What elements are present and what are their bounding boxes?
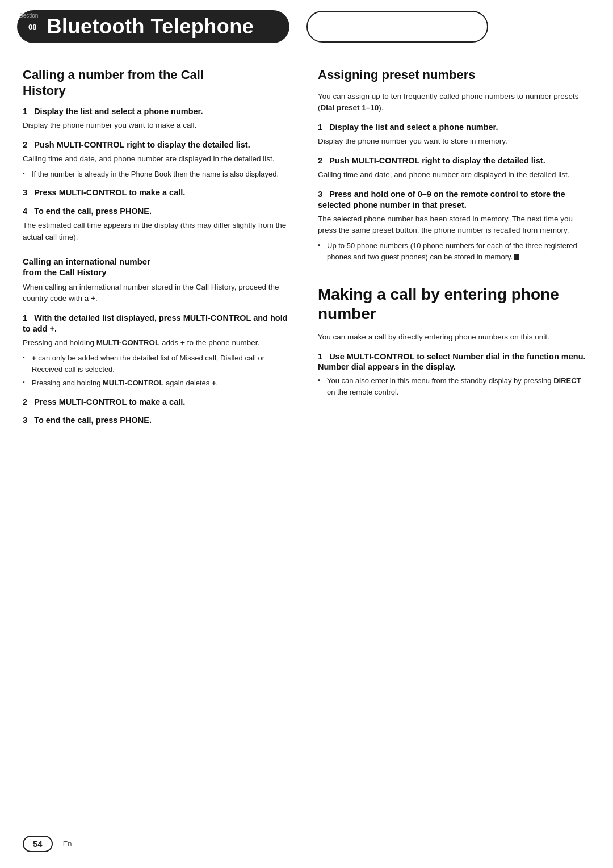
preset-step3-body: The selected phone number has been store… bbox=[318, 213, 590, 237]
step4-heading: 4 To end the call, press PHONE. bbox=[23, 206, 295, 217]
intl-bullet2: Pressing and holding MULTI-CONTROL again… bbox=[23, 378, 295, 389]
preset-step2-body: Calling time and date, and phone number … bbox=[318, 169, 590, 181]
step3-heading: 3 Press MULTI-CONTROL to make a call. bbox=[23, 187, 295, 198]
step2-body: Calling time and date, and phone number … bbox=[23, 153, 295, 165]
intl-step1-heading: 1 With the detailed list displayed, pres… bbox=[23, 313, 295, 334]
enter-bullet1: You can also enter in this menu from the… bbox=[318, 375, 590, 397]
preset-step3-heading: 3 Press and hold one of 0–9 on the remot… bbox=[318, 189, 590, 211]
intl-step1-body: Pressing and holding MULTI-CONTROL adds … bbox=[23, 337, 295, 349]
end-marker bbox=[514, 254, 519, 260]
step2-heading: 2 Push MULTI-CONTROL right to display th… bbox=[23, 140, 295, 150]
header: Section 08 Bluetooth Telephone bbox=[0, 0, 613, 50]
enter-number-heading: Making a call by entering phone number bbox=[318, 285, 590, 323]
preset-step2-heading: 2 Push MULTI-CONTROL right to display th… bbox=[318, 156, 590, 166]
section-badge: 08 Bluetooth Telephone bbox=[17, 10, 289, 43]
left-column: Calling a number from the CallHistory 1 … bbox=[23, 67, 295, 429]
content: Calling a number from the CallHistory 1 … bbox=[0, 50, 613, 446]
page-number: 54 bbox=[23, 836, 53, 852]
international-heading: Calling an international numberfrom the … bbox=[23, 256, 295, 278]
enter-step1-heading: 1 Use MULTI-CONTROL to select Number dia… bbox=[318, 351, 590, 373]
right-column: Assigning preset numbers You can assign … bbox=[318, 67, 590, 429]
enter-number-intro: You can make a call by directly entering… bbox=[318, 332, 590, 343]
section-title: Bluetooth Telephone bbox=[47, 15, 254, 39]
header-right-badge bbox=[306, 11, 488, 43]
step4-body: The estimated call time appears in the d… bbox=[23, 220, 295, 244]
section-preset-numbers: Assigning preset numbers You can assign … bbox=[318, 67, 590, 262]
call-history-heading: Calling a number from the CallHistory bbox=[23, 67, 295, 98]
section-international: Calling an international numberfrom the … bbox=[23, 256, 295, 426]
intl-bullet1: + can only be added when the detailed li… bbox=[23, 353, 295, 375]
section-enter-number: Making a call by entering phone number Y… bbox=[318, 285, 590, 397]
footer: 54 En bbox=[23, 836, 72, 852]
intl-step3-heading: 3 To end the call, press PHONE. bbox=[23, 415, 295, 426]
international-intro: When calling an international number sto… bbox=[23, 282, 295, 305]
page: Section 08 Bluetooth Telephone Calling a… bbox=[0, 0, 613, 868]
step1-body: Display the phone number you want to mak… bbox=[23, 120, 295, 132]
step1-heading: 1 Display the list and select a phone nu… bbox=[23, 106, 295, 117]
preset-bullet1: Up to 50 phone numbers (10 phone numbers… bbox=[318, 240, 590, 262]
preset-intro: You can assign up to ten frequently call… bbox=[318, 91, 590, 115]
preset-step1-heading: 1 Display the list and select a phone nu… bbox=[318, 122, 590, 133]
section-label: Section bbox=[19, 12, 38, 19]
preset-heading: Assigning preset numbers bbox=[318, 67, 590, 83]
footer-language: En bbox=[63, 840, 72, 848]
section-call-history: Calling a number from the CallHistory 1 … bbox=[23, 67, 295, 244]
section-number: 08 bbox=[28, 23, 36, 31]
intl-step2-heading: 2 Press MULTI-CONTROL to make a call. bbox=[23, 397, 295, 408]
step2-bullet: If the number is already in the Phone Bo… bbox=[23, 169, 295, 180]
preset-step1-body: Display the phone number you want to sto… bbox=[318, 136, 590, 148]
